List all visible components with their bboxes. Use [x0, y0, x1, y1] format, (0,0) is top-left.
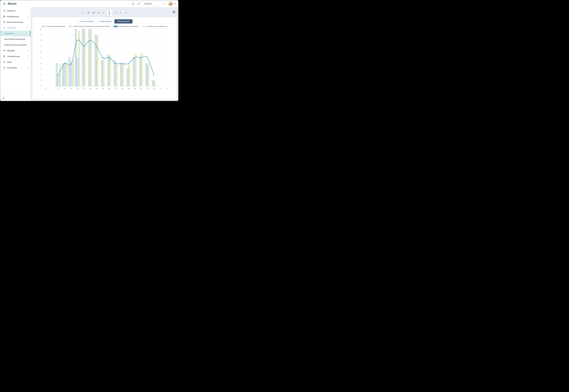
- sidebar-item-label: Einstellungen: [7, 67, 25, 69]
- date-navigation: 29 30 31 1 Fr 2 Feb 3 4: [32, 9, 177, 16]
- svg-text:10: 10: [70, 88, 72, 89]
- selected-weekday: Fr: [107, 10, 112, 12]
- date-day[interactable]: 1: [102, 12, 105, 14]
- collapse-sidebar-icon[interactable]: [3, 98, 5, 99]
- svg-text:3: 3: [41, 68, 41, 70]
- legend-label: Prognostizierter Personalbedarf: [119, 26, 139, 27]
- svg-text:1: 1: [166, 88, 167, 89]
- sidebar-item-label: Mitarbeiter: [7, 50, 25, 52]
- chevron-up-icon: [27, 27, 28, 28]
- selected-month: Feb: [107, 14, 112, 15]
- selected-date-card[interactable]: Fr 2 Feb: [107, 10, 112, 16]
- sidebar-item-auswertung[interactable]: Auswertung: [0, 25, 30, 31]
- chart-area: 0123456789106789101112131415161718192021…: [38, 27, 171, 99]
- date-day[interactable]: 4: [119, 12, 122, 14]
- app-logo: n Nesto: [0, 0, 30, 7]
- legend-label: Tatsächliche Personalbesetzung: [147, 26, 167, 27]
- chevron-down-icon: [27, 67, 28, 68]
- fullscreen-icon[interactable]: [137, 2, 140, 5]
- planning-icon: [3, 15, 5, 17]
- sidebar-subitem-ergebnisauswertung[interactable]: Ergebnisauswertung (Tagesau...: [0, 42, 30, 48]
- legend-swatch-geplante: [42, 26, 46, 27]
- sidebar-item-label: Einsatzplanung: [7, 15, 25, 17]
- sidebar-subitem-tagesanalyse[interactable]: Tagesanalyse: [0, 31, 30, 36]
- date-day[interactable]: 30: [92, 12, 95, 14]
- topbar: Karlsruhe: [31, 0, 178, 7]
- svg-text:12: 12: [83, 88, 84, 89]
- svg-text:10: 10: [40, 28, 41, 30]
- svg-text:11: 11: [77, 88, 78, 89]
- svg-text:7: 7: [41, 45, 41, 47]
- app-window: n Nesto Dashboard Einsatzplanung: [0, 0, 178, 101]
- sidebar-item-label: Erfasste Arbeitszeiten: [7, 21, 28, 23]
- legend-swatch-prognostiziert: [113, 26, 118, 27]
- sidebar-item-label: Dashboard: [7, 10, 28, 12]
- staffing-chart: 0123456789106789101112131415161718192021…: [38, 28, 171, 91]
- sidebar-item-export[interactable]: Export: [0, 59, 30, 65]
- svg-text:14: 14: [96, 88, 97, 89]
- svg-text:2: 2: [41, 74, 41, 76]
- logo-divider: [6, 2, 7, 5]
- user-menu[interactable]: [168, 1, 176, 6]
- sidebar-item-label: Auswertung: [7, 27, 25, 29]
- legend-item-prognostiziert: Prognostizierter Personalbedarf: [113, 26, 139, 27]
- svg-text:7: 7: [52, 88, 52, 89]
- svg-text:22: 22: [147, 88, 148, 89]
- gear-icon: [3, 67, 5, 69]
- sidebar-nav: Dashboard Einsatzplanung Erfasste Arbeit…: [0, 7, 30, 96]
- bell-icon[interactable]: [132, 2, 134, 5]
- date-day[interactable]: 31: [97, 12, 100, 14]
- legend-swatch-optimale: [68, 26, 72, 27]
- content-panel: 29 30 31 1 Fr 2 Feb 3 4: [31, 7, 178, 101]
- chevron-right-icon[interactable]: [125, 12, 127, 14]
- svg-text:5: 5: [41, 57, 41, 58]
- user-menu-chevron-icon[interactable]: [174, 3, 176, 4]
- svg-text:19: 19: [127, 88, 129, 89]
- sidebar-subitem-label: Benchmarking (Auswertung): [4, 38, 26, 40]
- sidebar-footer: [0, 96, 30, 101]
- svg-text:21: 21: [140, 88, 142, 89]
- svg-text:16: 16: [109, 88, 110, 89]
- chevron-down-icon: [27, 56, 28, 57]
- sidebar-item-einstellungen[interactable]: Einstellungen: [0, 65, 30, 70]
- sidebar-item-einsatzplanung[interactable]: Einsatzplanung: [0, 14, 30, 19]
- svg-text:4: 4: [41, 62, 41, 64]
- svg-text:8: 8: [58, 88, 59, 89]
- legend-swatch-tatsaechliche: [142, 26, 146, 27]
- sidebar-item-lohnabrechnung[interactable]: Lohnabrechnung: [0, 53, 30, 59]
- sidebar-item-erfasste-arbeitszeiten[interactable]: Erfasste Arbeitszeiten: [0, 19, 30, 25]
- date-day[interactable]: 3: [114, 12, 117, 14]
- svg-text:17: 17: [115, 88, 116, 89]
- legend-label: Geplante Personalbesetzung: [47, 26, 65, 27]
- svg-text:9: 9: [64, 88, 65, 89]
- svg-text:9: 9: [41, 34, 41, 36]
- bar-chart-icon: [3, 27, 5, 29]
- logo-mark: n: [3, 2, 5, 5]
- svg-text:0: 0: [160, 88, 161, 89]
- svg-text:23: 23: [153, 88, 154, 89]
- sidebar-subitem-label: Tagesanalyse: [4, 33, 15, 34]
- svg-text:15: 15: [102, 88, 104, 89]
- logo-text: Nesto: [8, 2, 17, 5]
- date-day[interactable]: 29: [87, 12, 90, 14]
- svg-text:0: 0: [41, 85, 41, 87]
- sidebar-item-mitarbeiter[interactable]: Mitarbeiter: [0, 48, 30, 53]
- tab-umsatz-pro-stunde[interactable]: Umsatz pro Stunde: [76, 19, 96, 23]
- chevron-down-icon: [27, 16, 28, 17]
- location-select-value: Karlsruhe: [144, 3, 152, 5]
- selected-day: 2: [107, 12, 112, 14]
- sidebar-item-dashboard[interactable]: Dashboard: [0, 8, 30, 14]
- tab-mitarbeiterbedarf[interactable]: Mitarbeiterbedarf: [114, 19, 132, 23]
- payroll-icon: [3, 55, 5, 57]
- sidebar: n Nesto Dashboard Einsatzplanung: [0, 0, 31, 101]
- clock-icon: [3, 21, 5, 23]
- chevron-left-icon[interactable]: [82, 12, 84, 14]
- calendar-history-icon[interactable]: [172, 11, 175, 14]
- sidebar-subitem-benchmarking[interactable]: Benchmarking (Auswertung): [0, 36, 30, 42]
- chevron-down-icon: [27, 50, 28, 51]
- avatar[interactable]: [168, 1, 173, 6]
- svg-text:18: 18: [121, 88, 123, 89]
- location-select[interactable]: Karlsruhe: [143, 1, 166, 6]
- tab-umsatz-kumuliert[interactable]: Umsatz kumuliert: [96, 19, 114, 23]
- svg-text:13: 13: [89, 88, 91, 89]
